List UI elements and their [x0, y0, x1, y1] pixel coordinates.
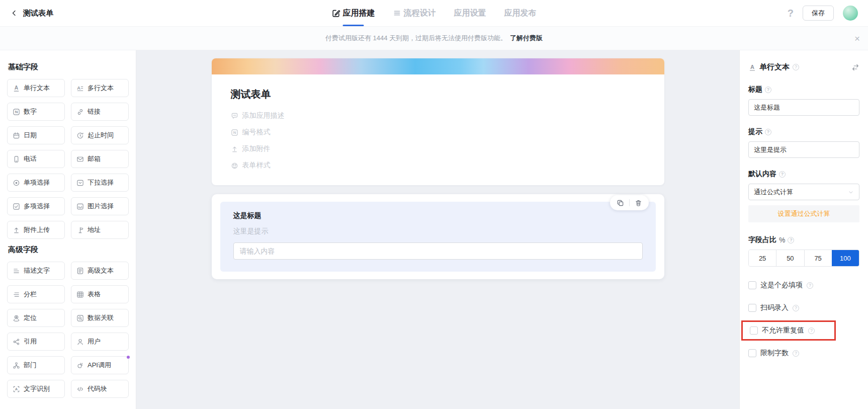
hint-setting-label: 提示 ? — [748, 127, 859, 136]
field-button-multi-select[interactable]: 多项选择 — [7, 197, 65, 215]
tab-app-build[interactable]: 应用搭建 — [332, 0, 375, 26]
user-icon — [76, 338, 84, 346]
field-button-image-select[interactable]: 图片选择 — [71, 197, 129, 215]
field-type-label: 单行文本 — [759, 62, 790, 72]
email-icon — [76, 155, 84, 163]
title-setting-input[interactable] — [748, 99, 859, 116]
scan-input-checkbox[interactable] — [748, 304, 756, 312]
copy-icon[interactable] — [617, 199, 624, 207]
ocr-icon: A — [13, 385, 20, 393]
field-button-number[interactable]: N 数字 — [7, 103, 65, 121]
field-button-single-line-text[interactable]: A 单行文本 — [7, 79, 65, 97]
field-button-reference[interactable]: 引用 — [7, 333, 65, 351]
field-button-description-text[interactable]: 描述文字 — [7, 262, 65, 280]
field-button-code-block[interactable]: 代码块 — [71, 380, 129, 398]
field-width-segmented-control: 25 50 75 100 — [748, 250, 859, 267]
swap-field-type-icon[interactable] — [851, 63, 859, 71]
learn-paid-link[interactable]: 了解付费版 — [510, 34, 543, 43]
field-button-multi-line-text[interactable]: A 多行文本 — [71, 79, 129, 97]
tab-app-publish[interactable]: 应用发布 — [504, 0, 537, 26]
edit-icon — [332, 9, 340, 18]
field-button-email[interactable]: 邮箱 — [71, 150, 129, 168]
upload-icon — [13, 226, 20, 234]
char-limit-checkbox[interactable] — [748, 349, 756, 357]
data-link-icon — [76, 314, 84, 322]
trash-icon[interactable] — [635, 199, 642, 207]
help-circle-icon[interactable]: ? — [765, 129, 771, 135]
field-button-time-range[interactable]: 起止时间 — [71, 126, 129, 144]
required-checkbox[interactable] — [748, 281, 756, 289]
field-button-radio-select[interactable]: 单项选择 — [7, 174, 65, 192]
chevron-left-icon — [10, 9, 18, 17]
field-button-department[interactable]: 部门 — [7, 356, 65, 374]
avatar[interactable] — [843, 6, 858, 21]
image-icon — [76, 203, 84, 210]
no-duplicate-checkbox-row: 不允许重复值 ? — [750, 326, 834, 335]
tab-flow-design[interactable]: 流程设计 — [393, 0, 436, 26]
description-icon — [13, 267, 20, 275]
width-option-25[interactable]: 25 — [749, 250, 776, 266]
help-circle-icon[interactable]: ? — [807, 282, 813, 289]
field-button-date[interactable]: 日期 — [7, 126, 65, 144]
field-hint: 这里是提示 — [233, 227, 643, 236]
help-circle-icon[interactable]: ? — [793, 350, 799, 357]
help-circle-icon[interactable]: ? — [779, 171, 786, 178]
field-button-rich-text[interactable]: 高级文本 — [71, 262, 129, 280]
tab-app-settings[interactable]: 应用设置 — [454, 0, 486, 26]
rich-text-icon — [76, 267, 84, 275]
help-circle-icon[interactable]: ? — [793, 64, 799, 70]
number-format-option[interactable]: N 编号格式 — [231, 128, 645, 137]
add-attachment-option[interactable]: 添加附件 — [231, 144, 645, 153]
field-button-api-call[interactable]: API调用 — [71, 356, 129, 374]
help-circle-icon[interactable]: ? — [793, 305, 799, 311]
form-style-option[interactable]: 表单样式 — [231, 161, 645, 170]
default-content-select[interactable]: 通过公式计算 — [748, 184, 859, 200]
formula-setting-link[interactable]: 设置通过公式计算 — [748, 205, 859, 222]
single-line-text-icon: A — [748, 63, 756, 71]
form-header-card: 测试表单 添加应用描述 N 编号格式 添加附件 表单样式 — [212, 58, 664, 185]
field-button-link[interactable]: 链接 — [71, 103, 129, 121]
width-option-100[interactable]: 100 — [832, 250, 859, 266]
help-circle-icon[interactable]: ? — [808, 328, 815, 334]
back-button[interactable] — [10, 9, 18, 17]
date-icon — [13, 132, 20, 139]
svg-text:A: A — [15, 387, 18, 391]
hint-setting-input[interactable] — [748, 141, 859, 158]
field-button-dropdown-select[interactable]: 下拉选择 — [71, 174, 129, 192]
active-tab-underline — [343, 25, 364, 26]
time-range-icon — [76, 132, 84, 139]
checkbox-icon — [13, 203, 20, 210]
selected-field-single-line-text[interactable]: 这是标题 这里是提示 — [220, 202, 656, 272]
main-tabs: 应用搭建 流程设计 应用设置 应用发布 — [332, 0, 537, 26]
width-option-75[interactable]: 75 — [804, 250, 832, 266]
department-icon — [13, 362, 20, 369]
field-button-table[interactable]: 表格 — [71, 285, 129, 303]
field-button-address[interactable]: 地址 — [71, 221, 129, 239]
columns-icon — [13, 291, 20, 298]
link-icon — [76, 108, 84, 116]
help-icon[interactable]: ? — [788, 8, 794, 19]
field-button-columns[interactable]: 分栏 — [7, 285, 65, 303]
field-button-location[interactable]: 定位 — [7, 309, 65, 327]
help-circle-icon[interactable]: ? — [765, 87, 771, 93]
svg-text:A: A — [77, 85, 80, 90]
help-circle-icon[interactable]: ? — [788, 237, 794, 243]
svg-text:N: N — [15, 110, 18, 114]
field-button-phone[interactable]: 电话 — [7, 150, 65, 168]
pill-divider — [629, 199, 630, 206]
trial-notice-bar: 付费试用版还有 1444 天到期，过期后将无法使用付费版功能。 了解付费版 × — [0, 27, 868, 50]
field-button-user[interactable]: 用户 — [71, 333, 129, 351]
width-option-50[interactable]: 50 — [776, 250, 804, 266]
address-icon — [76, 226, 84, 234]
no-duplicate-checkbox[interactable] — [750, 326, 758, 335]
field-button-ocr[interactable]: A 文字识别 — [7, 380, 65, 398]
save-button[interactable]: 保存 — [803, 6, 834, 21]
number-icon: N — [13, 108, 20, 116]
field-button-data-link[interactable]: 数据关联 — [71, 309, 129, 327]
close-icon[interactable]: × — [854, 34, 860, 43]
form-field-card: 这是标题 这里是提示 — [212, 194, 664, 279]
field-button-attachment-upload[interactable]: 附件上传 — [7, 221, 65, 239]
add-description-option[interactable]: 添加应用描述 — [231, 111, 645, 120]
code-icon — [76, 385, 84, 393]
field-text-input[interactable] — [233, 242, 643, 260]
